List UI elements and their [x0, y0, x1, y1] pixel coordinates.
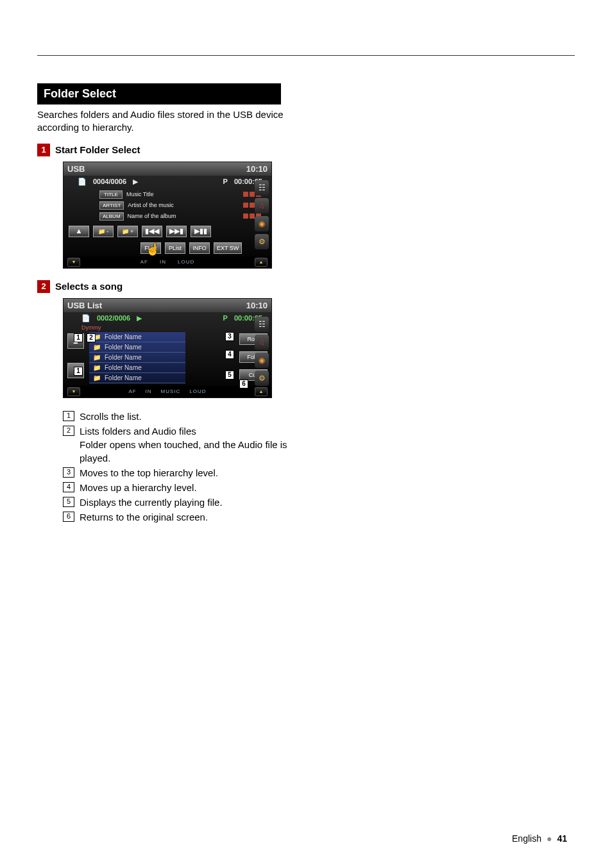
file-icon: 📄	[81, 314, 90, 322]
callout-3: 3	[225, 332, 234, 341]
usb-list-screenshot: USB List 10:10 📄 0002/0006 ▶ P 00:00:05 …	[63, 298, 272, 398]
list-item[interactable]: 📁Folder Name	[89, 373, 185, 383]
side-icon-3[interactable]: ◉	[255, 216, 269, 231]
usblist-title: USB List	[67, 301, 102, 310]
side-icon-4[interactable]: ⚙	[255, 234, 269, 249]
title-value: Music Title	[126, 191, 154, 197]
extsw-button[interactable]: EXT SW	[214, 242, 242, 254]
list-track-index: 0002/0006	[97, 314, 130, 322]
play-icon: ▶	[133, 178, 138, 185]
step-2: 2 Selects a song	[37, 280, 313, 293]
artist-button[interactable]: ARTIST	[99, 201, 124, 210]
play-icon: ▶	[137, 315, 142, 322]
footer-af: AF	[128, 388, 136, 394]
footer-loud: LOUD	[189, 388, 206, 394]
step-2-title: Selects a song	[55, 281, 123, 292]
footer-lang: English	[512, 833, 541, 844]
footer-music: MUSIC	[161, 388, 181, 394]
list-item[interactable]: 📁Folder Name	[89, 353, 185, 363]
panel-down-icon[interactable]: ▾	[67, 387, 80, 396]
file-icon: 📄	[78, 178, 87, 186]
footer-loud: LOUD	[178, 259, 194, 265]
side-icon-1[interactable]: ☷	[255, 317, 269, 332]
list-item[interactable]: 📁Folder Name	[89, 332, 185, 342]
step-1: 1 Start Folder Select	[37, 144, 313, 156]
folder-minus-button[interactable]: 📁 -	[93, 226, 114, 237]
info-button[interactable]: INFO	[189, 242, 210, 254]
panel-up-icon[interactable]: ▴	[255, 258, 268, 267]
track-index: 0004/0006	[93, 178, 126, 185]
callout-1b: 1	[74, 367, 83, 376]
panel-up-icon[interactable]: ▴	[255, 387, 268, 396]
section-description: Searches folders and Audio files stored …	[37, 108, 313, 135]
step-1-number: 1	[37, 144, 50, 156]
folder-icon: 📁	[93, 374, 101, 381]
play-pause-button[interactable]: ▶▮▮	[191, 226, 211, 237]
usb-screenshot: USB 10:10 📄 0004/0006 ▶ P 00:00:05 TITLE…	[63, 162, 272, 269]
track-mode: P	[223, 178, 228, 185]
folder-icon: 📁	[93, 344, 101, 351]
plist-button[interactable]: PList	[165, 242, 185, 254]
section-title: Folder Select	[37, 83, 281, 104]
footer-af: AF	[140, 259, 148, 265]
title-button[interactable]: TITLE	[99, 190, 123, 199]
prev-track-button[interactable]: ▮◀◀	[142, 226, 162, 237]
legend-5: 5 Displays the currently playing file.	[63, 496, 313, 509]
next-track-button[interactable]: ▶▶▮	[166, 226, 187, 237]
side-icon-3[interactable]: ◉	[255, 353, 269, 368]
footer-in: IN	[146, 388, 152, 394]
callout-5: 5	[225, 371, 234, 380]
side-icon-2[interactable]: ♫	[255, 335, 269, 350]
album-value: Name of the album	[128, 213, 176, 219]
list-item[interactable]: 📁Folder Name	[89, 363, 185, 373]
footer-bullet-icon: ●	[547, 833, 552, 844]
folder-list[interactable]: 📁Folder Name 📁Folder Name 📁Folder Name 📁…	[89, 332, 185, 383]
footer-page-number: 41	[557, 833, 567, 844]
side-icon-4[interactable]: ⚙	[255, 371, 269, 386]
artist-value: Artist of the music	[128, 202, 174, 208]
album-button[interactable]: ALBUM	[99, 212, 124, 221]
folder-plus-button[interactable]: 📁 +	[117, 226, 138, 237]
panel-down-icon[interactable]: ▾	[67, 258, 80, 267]
side-icon-1[interactable]: ☷	[255, 180, 269, 196]
callout-4: 4	[225, 350, 234, 359]
step-2-number: 2	[37, 280, 50, 293]
step-1-title: Start Folder Select	[55, 144, 140, 155]
footer-in: IN	[160, 259, 166, 265]
list-track-mode: P	[223, 314, 228, 322]
eject-button[interactable]: ▲	[69, 226, 89, 237]
callout-2: 2	[87, 333, 96, 342]
usb-clock: 10:10	[246, 164, 268, 174]
side-icon-2[interactable]: ♫	[255, 198, 269, 213]
folder-icon: 📁	[93, 364, 101, 371]
legend-2: 2 Lists folders and Audio files Folder o…	[63, 424, 313, 465]
legend-4: 4 Moves up a hierarchy level.	[63, 481, 313, 494]
pointer-icon: ☝	[146, 242, 160, 256]
legend-1: 1 Scrolls the list.	[63, 410, 313, 423]
callout-1a: 1	[74, 333, 83, 342]
usb-title: USB	[67, 164, 85, 174]
legend-6: 6 Returns to the original screen.	[63, 510, 313, 524]
folder-icon: 📁	[93, 354, 101, 361]
callout-6: 6	[239, 380, 248, 388]
legend-3: 3 Moves to the top hierarchy level.	[63, 466, 313, 480]
list-item[interactable]: 📁Folder Name	[89, 342, 185, 353]
page-footer: English ● 41	[512, 833, 567, 844]
dummy-label: Dymmy	[64, 324, 271, 331]
usblist-clock: 10:10	[246, 301, 268, 310]
